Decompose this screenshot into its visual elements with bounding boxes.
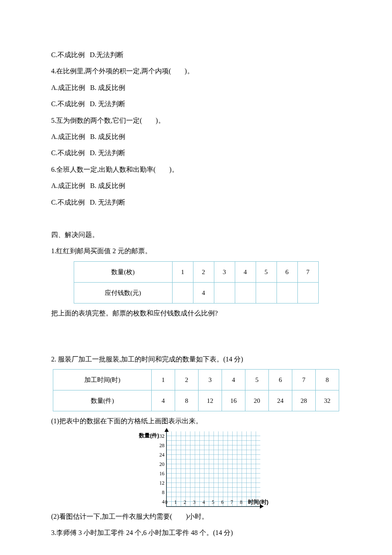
p3-stem: 3.李师傅 3 小时加工零件 24 个,6 小时加工零件 48 个。(14 分) — [51, 525, 341, 541]
cell: 2 — [175, 370, 199, 390]
cell — [297, 282, 318, 303]
q3-opt-c: C.不成比例 — [51, 51, 85, 58]
q4-opt-a: A.成正比例 — [51, 84, 85, 91]
cell: 28 — [292, 390, 316, 411]
q3-opt-d: D.无法判断 — [90, 51, 124, 58]
p2-sub2: (2)看图估计一下,加工一件衣服大约需要( )小时。 — [51, 509, 341, 525]
q4-options-cd: C.不成比例 D. 无法判断 — [51, 96, 341, 112]
arrow-up-icon — [164, 428, 169, 432]
q4-options-ab: A.成正比例 B. 成反比例 — [51, 80, 341, 96]
cell: 12 — [199, 390, 222, 411]
q5-opt-c: C.不成比例 — [51, 149, 85, 156]
cell: 6 — [277, 261, 297, 282]
y-tick: 32 — [159, 430, 164, 442]
cell — [172, 282, 193, 303]
x-tick: 2 — [184, 496, 186, 509]
q6-opt-c: C.不成比例 — [51, 199, 85, 206]
table-row: 数量(件) 4 8 12 16 20 24 28 32 — [53, 390, 339, 411]
q5-opt-a: A.成正比例 — [51, 133, 85, 140]
q5-opt-b: B. 成反比例 — [90, 133, 126, 140]
x-tick: 7 — [231, 496, 233, 509]
p1-stem: 1.红红到邮局买面值 2 元的邮票。 — [51, 243, 341, 259]
x-tick: 1 — [174, 496, 177, 509]
cell: 8 — [316, 370, 339, 390]
cell: 5 — [256, 261, 277, 282]
q5-opt-d: D. 无法判断 — [90, 149, 126, 156]
q5-options-ab: A.成正比例 B. 成反比例 — [51, 129, 341, 145]
table-row: 数量(枚) 1 2 3 4 5 6 7 — [74, 261, 318, 282]
q6-options-ab: A.成正比例 B. 成反比例 — [51, 178, 341, 194]
y-axis-label: 数量(件) — [139, 429, 159, 442]
cell: 3 — [214, 261, 235, 282]
q4-opt-b: B. 成反比例 — [90, 84, 126, 91]
cell: 3 — [199, 370, 222, 390]
cell: 6 — [269, 370, 292, 390]
section4-title: 四、解决问题。 — [51, 227, 341, 243]
cell — [235, 282, 256, 303]
q6-stem: 6.全班人数一定,出勤人数和出勤率( )。 — [51, 162, 341, 178]
q5-stem: 5.互为倒数的两个数,它们一定( )。 — [51, 113, 341, 129]
cell: 20 — [245, 390, 269, 411]
cell: 4 — [152, 390, 175, 411]
table-row: 应付钱数(元) 4 — [74, 282, 318, 303]
q4-stem: 4.在比例里,两个外项的积一定,两个内项( )。 — [51, 63, 341, 79]
cell: 1 — [152, 370, 175, 390]
x-tick: 4 — [202, 496, 205, 509]
q4-opt-d: D. 无法判断 — [90, 100, 126, 107]
x-tick: 8 — [240, 496, 242, 509]
table-row: 加工时间(时) 1 2 3 4 5 6 7 8 — [53, 370, 339, 390]
p1-table: 数量(枚) 1 2 3 4 5 6 7 应付钱数(元) 4 — [74, 261, 319, 304]
q6-options-cd: C.不成比例 D. 无法判断 — [51, 194, 341, 211]
cell: 4 — [222, 370, 245, 390]
q6-opt-a: A.成正比例 — [51, 182, 85, 189]
cell: 7 — [292, 370, 316, 390]
p2-table: 加工时间(时) 1 2 3 4 5 6 7 8 数量(件) 4 8 12 16 … — [53, 369, 339, 411]
q4-opt-c: C.不成比例 — [51, 100, 85, 107]
x-tick: 3 — [193, 496, 196, 509]
p2-stem: 2. 服装厂加工一批服装,加工的时间和完成的数量如下表。(14 分) — [51, 351, 341, 367]
cell: 1 — [172, 261, 193, 282]
cell: 8 — [175, 390, 199, 411]
cell: 24 — [269, 390, 292, 411]
cell: 5 — [245, 370, 269, 390]
q3-options-cd: C.不成比例 D.无法判断 — [51, 47, 341, 63]
cell: 32 — [316, 390, 339, 411]
cell: 4 — [235, 261, 256, 282]
p1-tail: 把上面的表填完整。邮票的枚数和应付钱数成什么比例? — [51, 305, 341, 321]
x-tick: 6 — [221, 496, 224, 509]
p2-sub1: (1)把表中的数据在下面的方格纸上画图表示出来。 — [51, 413, 341, 429]
grid-box — [166, 431, 260, 507]
cell — [214, 282, 235, 303]
cell — [256, 282, 277, 303]
cell: 2 — [193, 261, 214, 282]
p1-row1-label: 数量(枚) — [74, 261, 172, 282]
x-tick: 5 — [212, 496, 214, 509]
cell: 16 — [222, 390, 245, 411]
grid-chart: 数量(件) 时间(时) 4 8 12 16 20 24 28 32 0 1 2 … — [128, 431, 264, 507]
x-axis-label: 时间(时) — [248, 495, 268, 509]
q5-options-cd: C.不成比例 D. 无法判断 — [51, 145, 341, 161]
p1-row2-label: 应付钱数(元) — [74, 282, 172, 303]
x-tick: 0 — [165, 496, 167, 509]
page: C.不成比例 D.无法判断 4.在比例里,两个外项的积一定,两个内项( )。 A… — [51, 0, 341, 555]
p2-row2-label: 数量(件) — [53, 390, 152, 411]
cell — [277, 282, 297, 303]
q6-opt-d: D. 无法判断 — [90, 199, 126, 206]
q6-opt-b: B. 成反比例 — [90, 182, 126, 189]
cell: 4 — [193, 282, 214, 303]
p2-row1-label: 加工时间(时) — [53, 370, 152, 390]
cell: 7 — [297, 261, 318, 282]
